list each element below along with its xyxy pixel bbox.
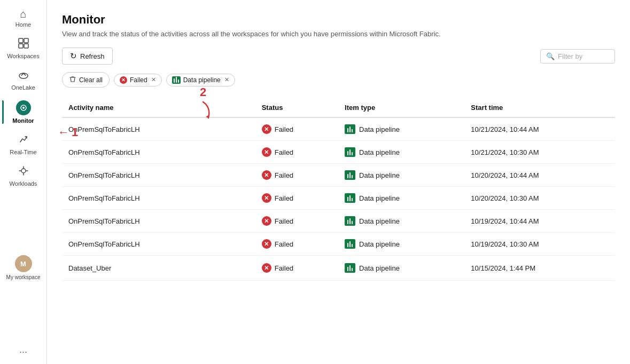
monitor-icon <box>16 100 31 115</box>
item-type-cell: Data pipeline <box>338 233 464 256</box>
item-type-label: Data pipeline <box>359 171 400 179</box>
start-time-cell: 10/20/2024, 10:30 AM <box>464 187 615 210</box>
status-cell: ✕ Failed <box>255 141 338 164</box>
sidebar-item-realtime[interactable]: Real-Time <box>4 129 43 160</box>
failed-icon: ✕ <box>262 263 271 273</box>
filter-chip-pipeline[interactable]: Data pipeline ✕ <box>166 74 235 86</box>
pipeline-icon <box>345 147 355 157</box>
pipeline-icon <box>345 193 355 203</box>
activity-name: Dataset_Uber <box>68 264 111 272</box>
home-icon: ⌂ <box>20 9 26 19</box>
status-cell: ✕ Failed <box>255 187 338 210</box>
svg-point-6 <box>22 107 25 109</box>
sidebar-item-workspaces[interactable]: Workspaces <box>4 33 43 64</box>
svg-rect-0 <box>19 38 23 43</box>
table-row[interactable]: OnPremSqlToFabricLH ✕ Failed Data pipeli… <box>62 117 615 141</box>
start-time-cell: 10/21/2024, 10:30 AM <box>464 141 615 164</box>
refresh-icon: ↻ <box>70 51 77 61</box>
svg-rect-1 <box>24 38 28 43</box>
realtime-icon <box>18 133 29 147</box>
col-status: Status <box>255 98 338 117</box>
pipeline-icon <box>345 216 355 226</box>
activity-table: Activity name Status Item type Start tim… <box>62 98 615 281</box>
sidebar-item-workloads[interactable]: Workloads <box>4 161 43 191</box>
clear-all-label: Clear all <box>79 76 103 84</box>
table-header-row: Activity name Status Item type Start tim… <box>62 98 615 117</box>
status-label: Failed <box>275 125 293 133</box>
status-label: Failed <box>275 217 293 225</box>
table-row[interactable]: OnPremSqlToFabricLH ✕ Failed Data pipeli… <box>62 164 615 187</box>
sidebar-item-label: Workspaces <box>7 53 39 59</box>
table-row[interactable]: OnPremSqlToFabricLH ✕ Failed Data pipeli… <box>62 210 615 233</box>
pipeline-icon <box>345 124 355 134</box>
status-label: Failed <box>275 240 293 248</box>
table-row[interactable]: OnPremSqlToFabricLH ✕ Failed Data pipeli… <box>62 187 615 210</box>
activity-name: OnPremSqlToFabricLH <box>62 233 255 256</box>
item-type-cell: Data pipeline <box>338 210 464 233</box>
status-label: Failed <box>275 148 293 156</box>
pipeline-bars <box>174 77 179 83</box>
refresh-label: Refresh <box>80 52 105 60</box>
sidebar-item-home[interactable]: ⌂ Home <box>4 4 43 32</box>
status-cell: ✕ Failed <box>255 164 338 187</box>
item-type-cell: Data pipeline <box>338 256 464 281</box>
filter-chip-failed[interactable]: ✕ Failed ✕ <box>114 74 162 86</box>
col-item-type: Item type <box>338 98 464 117</box>
activity-name: OnPremSqlToFabricLH <box>62 210 255 233</box>
chip-failed-close[interactable]: ✕ <box>151 76 156 83</box>
status-cell: ✕ Failed <box>255 117 338 141</box>
pipeline-icon <box>345 170 355 180</box>
col-activity-name: Activity name <box>62 98 255 117</box>
failed-icon: ✕ <box>262 193 271 203</box>
retry-icon[interactable]: ↺ <box>115 262 127 274</box>
item-type-label: Data pipeline <box>359 217 400 225</box>
clear-all-button[interactable]: Clear all <box>62 72 110 88</box>
table-row[interactable]: Dataset_Uber ↺ ℹ ··· ✕ Failed Data pipel… <box>62 256 615 281</box>
item-type-label: Data pipeline <box>359 264 400 272</box>
item-type-cell: Data pipeline <box>338 164 464 187</box>
workspaces-icon <box>18 37 29 51</box>
chip-failed-label: Failed <box>130 76 147 84</box>
failed-icon: ✕ <box>262 124 271 134</box>
activity-name: OnPremSqlToFabricLH <box>62 117 255 141</box>
sidebar-item-label: Monitor <box>12 117 34 124</box>
table-row[interactable]: OnPremSqlToFabricLH ✕ Failed Data pipeli… <box>62 233 615 256</box>
onelake-icon <box>18 69 29 82</box>
sidebar-item-my-workspace[interactable]: M My workspace <box>4 251 43 284</box>
more-button[interactable]: ... <box>19 344 27 355</box>
start-time-cell: 10/21/2024, 10:44 AM <box>464 117 615 141</box>
failed-status-icon: ✕ <box>120 76 127 84</box>
workloads-icon <box>18 165 29 178</box>
sidebar: ⌂ Home Workspaces OneLake Monitor Real-T… <box>0 0 47 364</box>
refresh-button[interactable]: ↻ Refresh <box>62 48 113 65</box>
filter-bar: Clear all ✕ Failed ✕ Data pipeline ✕ <box>62 72 615 88</box>
status-cell: ✕ Failed <box>255 233 338 256</box>
filter-input[interactable]: 🔍 Filter by <box>540 49 615 64</box>
item-type-label: Data pipeline <box>359 240 400 248</box>
sidebar-item-label: Home <box>15 21 31 28</box>
activity-name: OnPremSqlToFabricLH <box>62 164 255 187</box>
sidebar-item-onelake[interactable]: OneLake <box>4 65 43 95</box>
info-icon[interactable]: ℹ <box>131 262 143 274</box>
filter-placeholder: Filter by <box>558 52 582 60</box>
status-label: Failed <box>275 194 293 202</box>
chip-pipeline-close[interactable]: ✕ <box>224 76 229 83</box>
item-type-label: Data pipeline <box>359 194 400 202</box>
sidebar-item-label: Workloads <box>10 180 37 187</box>
search-icon: 🔍 <box>546 52 555 60</box>
item-type-cell: Data pipeline <box>338 117 464 141</box>
sidebar-item-monitor[interactable]: Monitor <box>4 96 43 128</box>
item-type-cell: Data pipeline <box>338 187 464 210</box>
status-cell: ✕ Failed <box>255 256 338 281</box>
pipeline-icon <box>345 263 355 273</box>
more-icon[interactable]: ··· <box>147 262 159 274</box>
activity-name-cell: Dataset_Uber ↺ ℹ ··· <box>62 256 255 281</box>
failed-icon: ✕ <box>262 216 271 226</box>
table-row[interactable]: OnPremSqlToFabricLH ✕ Failed Data pipeli… <box>62 141 615 164</box>
start-time-cell: 10/19/2024, 10:44 AM <box>464 210 615 233</box>
activity-name: OnPremSqlToFabricLH <box>62 187 255 210</box>
status-label: Failed <box>275 171 293 179</box>
failed-icon: ✕ <box>262 239 271 249</box>
item-type-cell: Data pipeline <box>338 141 464 164</box>
pipeline-chip-icon <box>172 76 181 84</box>
